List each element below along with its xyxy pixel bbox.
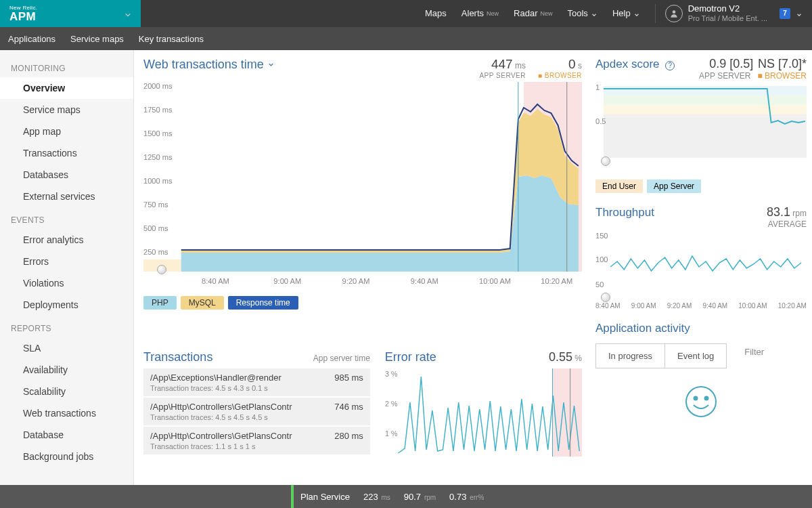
- transaction-row[interactable]: /App\Http\Controllers\GetPlansContr280 m…: [143, 427, 370, 454]
- apdex-chart[interactable]: 10.5: [595, 83, 807, 165]
- svg-text:150: 150: [595, 232, 608, 240]
- legend-php[interactable]: PHP: [143, 296, 177, 310]
- legend-mysql[interactable]: MySQL: [181, 296, 224, 310]
- chevron-down-icon: [267, 58, 274, 64]
- sidebar-item-violations[interactable]: Violations: [0, 272, 133, 294]
- svg-text:9:40 AM: 9:40 AM: [411, 277, 438, 285]
- sidebar-item-app-map[interactable]: App map: [0, 121, 133, 142]
- subnav-service-maps[interactable]: Service maps: [70, 34, 124, 44]
- svg-text:1250 ms: 1250 ms: [143, 153, 173, 161]
- svg-rect-26: [604, 96, 807, 105]
- svg-text:1750 ms: 1750 ms: [143, 106, 173, 114]
- panel-title-web-transactions[interactable]: Web transactions time: [143, 58, 274, 72]
- subnav: Applications Service maps Key transactio…: [0, 27, 812, 50]
- svg-text:50: 50: [595, 280, 604, 289]
- metric-browser: 0 s■ BROWSER: [538, 57, 582, 79]
- sidebar-item-errors[interactable]: Errors: [0, 251, 133, 272]
- throughput-axis: 8:40 AM9:00 AM9:20 AM9:40 AM10:00 AM10:2…: [595, 302, 807, 310]
- sidebar-item-transactions[interactable]: Transactions: [0, 142, 133, 164]
- sidebar-item-deployments[interactable]: Deployments: [0, 294, 133, 316]
- legend-end-user[interactable]: End User: [595, 179, 643, 193]
- filter-button[interactable]: Filter: [732, 340, 776, 364]
- legend-response-time[interactable]: Response time: [228, 296, 298, 310]
- transactions-title: Transactions: [143, 350, 212, 364]
- legend-app-server[interactable]: App Server: [647, 179, 701, 193]
- svg-text:9:00 AM: 9:00 AM: [273, 277, 301, 285]
- sidebar-item-background-jobs[interactable]: Background jobs: [0, 446, 133, 467]
- web-transactions-chart[interactable]: 2000 ms1750 ms1500 ms 1250 ms1000 ms750 …: [143, 82, 582, 292]
- user-plan: Pro Trial / Mobile Ent. ...: [688, 14, 767, 23]
- metric-app-server: 447 msAPP SERVER: [479, 57, 526, 79]
- nav-help[interactable]: Help: [612, 8, 640, 18]
- svg-text:10:20 AM: 10:20 AM: [541, 277, 572, 285]
- throughput-panel: Throughput83.1 rpmAVERAGE 15010050 8:40 …: [595, 205, 807, 310]
- transaction-row[interactable]: /App\Http\Controllers\GetPlansContr746 m…: [143, 398, 370, 425]
- subnav-key-transactions[interactable]: Key transactions: [139, 34, 204, 44]
- svg-text:1000 ms: 1000 ms: [143, 177, 173, 185]
- sidebar-item-overview[interactable]: Overview: [0, 77, 133, 99]
- transactions-subtitle: App server time: [313, 354, 370, 363]
- time-slider-knob[interactable]: [157, 265, 166, 274]
- brand-main: APM: [9, 10, 36, 23]
- sidebar-head-reports: REPORTS: [0, 316, 133, 337]
- sidebar-item-databases[interactable]: Databases: [0, 164, 133, 186]
- nav-radar[interactable]: RadarNew: [514, 8, 552, 18]
- sidebar-item-service-maps[interactable]: Service maps: [0, 99, 133, 121]
- user-menu[interactable]: Demotron V2Pro Trial / Mobile Ent. ... 7: [655, 4, 803, 23]
- throughput-chart[interactable]: 15010050: [595, 232, 807, 293]
- chevron-down-icon: [591, 10, 597, 17]
- error-rate-chart[interactable]: 3 %2 %1 %: [385, 368, 582, 457]
- tab-in-progress[interactable]: In progress: [596, 344, 664, 368]
- svg-rect-27: [604, 105, 807, 114]
- sidebar-item-web-transactions[interactable]: Web transactions: [0, 402, 133, 424]
- svg-text:1: 1: [595, 83, 600, 91]
- sidebar-item-database[interactable]: Database: [0, 424, 133, 446]
- svg-rect-25: [604, 86, 807, 96]
- sidebar: MONITORING Overview Service maps App map…: [0, 50, 134, 508]
- svg-point-34: [686, 387, 716, 417]
- svg-point-35: [694, 397, 698, 400]
- main-content: Web transactions time 447 msAPP SERVER 0…: [134, 50, 595, 508]
- application-activity-title: Application activity: [595, 322, 807, 335]
- footer-service-name: Plan Service: [300, 492, 350, 502]
- sidebar-item-error-analytics[interactable]: Error analytics: [0, 229, 133, 251]
- apdex-panel: Apdex score ? 0.9 [0.5] NS [7.0]*APP SER…: [595, 57, 807, 193]
- brand[interactable]: New Relic.APM: [0, 0, 141, 27]
- chevron-down-icon[interactable]: [125, 10, 131, 17]
- tab-event-log[interactable]: Event log: [664, 344, 726, 368]
- avatar-icon: [665, 5, 683, 22]
- time-slider-knob[interactable]: [601, 156, 610, 166]
- sidebar-head-events: EVENTS: [0, 207, 133, 229]
- notification-badge[interactable]: 7: [780, 8, 790, 19]
- svg-text:10:00 AM: 10:00 AM: [479, 277, 511, 285]
- smiley-icon: [684, 385, 718, 419]
- help-icon[interactable]: ?: [665, 61, 675, 70]
- svg-point-36: [705, 397, 708, 400]
- nav-alerts[interactable]: AlertsNew: [461, 8, 499, 18]
- sidebar-item-scalability[interactable]: Scalability: [0, 381, 133, 402]
- svg-text:3 %: 3 %: [385, 370, 398, 378]
- sidebar-item-availability[interactable]: Availability: [0, 359, 133, 381]
- chevron-down-icon: [633, 10, 640, 17]
- legend: PHP MySQL Response time: [143, 296, 582, 310]
- svg-text:500 ms: 500 ms: [143, 224, 168, 232]
- svg-text:2 %: 2 %: [385, 400, 398, 408]
- transaction-row[interactable]: /App\Exceptions\Handler@render985 msTran…: [143, 368, 370, 396]
- chevron-down-icon: [796, 10, 803, 17]
- svg-point-0: [672, 10, 675, 14]
- sidebar-item-external-services[interactable]: External services: [0, 186, 133, 207]
- svg-text:250 ms: 250 ms: [143, 248, 168, 256]
- apdex-title: Apdex score ?: [595, 58, 675, 71]
- svg-text:1500 ms: 1500 ms: [143, 129, 173, 137]
- nav-tools[interactable]: Tools: [568, 8, 597, 18]
- right-column: Apdex score ? 0.9 [0.5] NS [7.0]*APP SER…: [595, 50, 812, 508]
- user-name: Demotron V2: [688, 3, 740, 14]
- nav-maps[interactable]: Maps: [425, 8, 447, 18]
- subnav-applications[interactable]: Applications: [8, 34, 55, 44]
- footer-bar[interactable]: Plan Service 223 ms 90.7 rpm 0.73 err%: [0, 485, 812, 508]
- time-slider-knob[interactable]: [601, 293, 610, 302]
- sidebar-head-monitoring: MONITORING: [0, 56, 133, 77]
- topbar: New Relic.APM Maps AlertsNew RadarNew To…: [0, 0, 812, 27]
- sidebar-item-sla[interactable]: SLA: [0, 337, 133, 359]
- svg-text:2000 ms: 2000 ms: [143, 82, 173, 90]
